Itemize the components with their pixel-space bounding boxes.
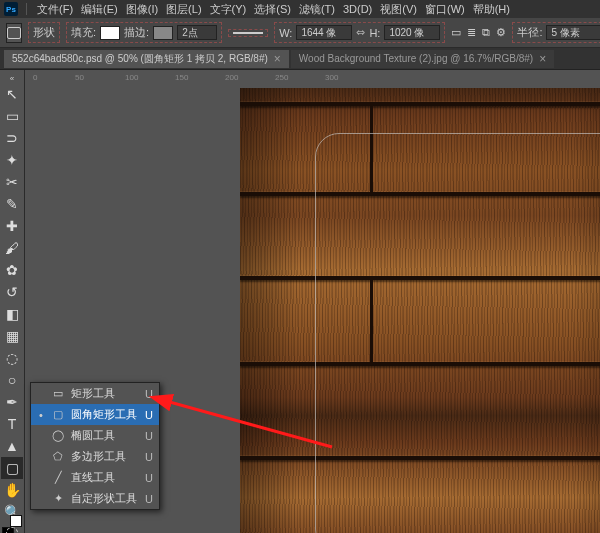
- menu-image[interactable]: 图像(I): [124, 2, 160, 17]
- document-tabs: 552c64bad580c.psd @ 50% (圆角矩形 1 拷贝 2, RG…: [0, 48, 600, 70]
- flyout-item[interactable]: ╱直线工具U: [31, 467, 159, 488]
- height-label: H:: [369, 27, 380, 39]
- toolbar-collapse-icon[interactable]: «: [5, 74, 19, 83]
- artboard[interactable]: [240, 88, 600, 533]
- stroke-width-input[interactable]: [177, 25, 217, 40]
- lasso-tool[interactable]: ⊃: [1, 127, 23, 149]
- hand-tool[interactable]: ✋: [1, 479, 23, 501]
- flyout-label: 圆角矩形工具: [71, 407, 137, 422]
- clone-stamp-tool[interactable]: ✿: [1, 259, 23, 281]
- blur-tool[interactable]: ◌: [1, 347, 23, 369]
- flyout-item[interactable]: •▢圆角矩形工具U: [31, 404, 159, 425]
- shortcut-key: U: [145, 451, 153, 463]
- close-icon[interactable]: ×: [539, 52, 546, 66]
- menu-edit[interactable]: 编辑(E): [79, 2, 120, 17]
- menu-file[interactable]: 文件(F): [35, 2, 75, 17]
- fill-label: 填充:: [71, 25, 96, 40]
- stroke-style-icon[interactable]: [233, 32, 263, 34]
- menu-filter[interactable]: 滤镜(T): [297, 2, 337, 17]
- gear-icon[interactable]: ⚙: [496, 24, 506, 42]
- quick-mask-icon[interactable]: [1, 527, 23, 533]
- shape-icon: ╱: [51, 471, 65, 484]
- shape-icon: ✦: [51, 492, 65, 505]
- flyout-item[interactable]: ▭矩形工具U: [31, 383, 159, 404]
- shape-icon: ◯: [51, 429, 65, 442]
- shortcut-key: U: [145, 388, 153, 400]
- tab-inactive-label: Wood Background Texture (2).jpg @ 16.7%/…: [299, 53, 533, 64]
- menu-3d[interactable]: 3D(D): [341, 3, 374, 15]
- tool-mode-label[interactable]: 形状: [33, 25, 55, 40]
- menu-divider: [26, 3, 27, 15]
- tab-active[interactable]: 552c64bad580c.psd @ 50% (圆角矩形 1 拷贝 2, RG…: [4, 50, 289, 68]
- menu-select[interactable]: 选择(S): [252, 2, 293, 17]
- flyout-label: 自定形状工具: [71, 491, 137, 506]
- shape-icon: ⬠: [51, 450, 65, 463]
- rounded-rect-path[interactable]: [315, 133, 600, 533]
- path-ops-icon[interactable]: ▭: [451, 24, 461, 42]
- menu-type[interactable]: 文字(Y): [208, 2, 249, 17]
- brush-tool[interactable]: 🖌: [1, 237, 23, 259]
- eraser-tool[interactable]: ◧: [1, 303, 23, 325]
- menu-view[interactable]: 视图(V): [378, 2, 419, 17]
- flyout-item[interactable]: ⬠多边形工具U: [31, 446, 159, 467]
- width-input[interactable]: [296, 25, 352, 40]
- gradient-tool[interactable]: ▦: [1, 325, 23, 347]
- shortcut-key: U: [145, 430, 153, 442]
- radius-label: 半径:: [517, 25, 542, 40]
- arrange-icon[interactable]: ⧉: [482, 24, 490, 42]
- shortcut-key: U: [145, 472, 153, 484]
- align-icon[interactable]: ≣: [467, 24, 476, 42]
- menu-layer[interactable]: 图层(L): [164, 2, 203, 17]
- flyout-label: 矩形工具: [71, 386, 115, 401]
- fill-swatch[interactable]: [100, 26, 120, 40]
- shortcut-key: U: [145, 409, 153, 421]
- radius-input[interactable]: [546, 25, 600, 40]
- horizontal-ruler: 0 50 100 150 200 250 300: [25, 70, 600, 88]
- flyout-label: 直线工具: [71, 470, 115, 485]
- shape-tool[interactable]: ▢: [1, 457, 23, 479]
- menu-help[interactable]: 帮助(H): [471, 2, 512, 17]
- height-input[interactable]: [384, 25, 440, 40]
- shape-icon: ▭: [51, 387, 65, 400]
- flyout-item[interactable]: ◯椭圆工具U: [31, 425, 159, 446]
- shape-tool-flyout: ▭矩形工具U•▢圆角矩形工具U◯椭圆工具U⬠多边形工具U╱直线工具U✦自定形状工…: [30, 382, 160, 510]
- flyout-label: 多边形工具: [71, 449, 126, 464]
- tab-active-label: 552c64bad580c.psd @ 50% (圆角矩形 1 拷贝 2, RG…: [12, 52, 268, 66]
- tool-column: « ↖▭⊃✦✂✎✚🖌✿↺◧▦◌○✒T▲▢✋🔍 ▥: [0, 70, 25, 533]
- dodge-tool[interactable]: ○: [1, 369, 23, 391]
- tab-inactive[interactable]: Wood Background Texture (2).jpg @ 16.7%/…: [291, 50, 554, 68]
- move-tool[interactable]: ↖: [1, 83, 23, 105]
- history-brush-tool[interactable]: ↺: [1, 281, 23, 303]
- tool-preset-icon[interactable]: [6, 23, 22, 43]
- ps-logo: Ps: [4, 2, 18, 16]
- magic-wand-tool[interactable]: ✦: [1, 149, 23, 171]
- path-select-tool[interactable]: ▲: [1, 435, 23, 457]
- menu-bar: Ps 文件(F) 编辑(E) 图像(I) 图层(L) 文字(Y) 选择(S) 滤…: [0, 0, 600, 18]
- eyedropper-tool[interactable]: ✎: [1, 193, 23, 215]
- stroke-label: 描边:: [124, 25, 149, 40]
- crop-tool[interactable]: ✂: [1, 171, 23, 193]
- pen-tool[interactable]: ✒: [1, 391, 23, 413]
- type-tool[interactable]: T: [1, 413, 23, 435]
- close-icon[interactable]: ×: [274, 52, 281, 66]
- width-label: W:: [279, 27, 292, 39]
- healing-brush-tool[interactable]: ✚: [1, 215, 23, 237]
- marquee-tool[interactable]: ▭: [1, 105, 23, 127]
- shortcut-key: U: [145, 493, 153, 505]
- stroke-swatch[interactable]: [153, 26, 173, 40]
- options-bar: 形状 填充: 描边: W: ⇔ H: ▭ ≣ ⧉ ⚙ 半径:: [0, 18, 600, 48]
- shape-icon: ▢: [51, 408, 65, 421]
- menu-window[interactable]: 窗口(W): [423, 2, 467, 17]
- flyout-label: 椭圆工具: [71, 428, 115, 443]
- flyout-item[interactable]: ✦自定形状工具U: [31, 488, 159, 509]
